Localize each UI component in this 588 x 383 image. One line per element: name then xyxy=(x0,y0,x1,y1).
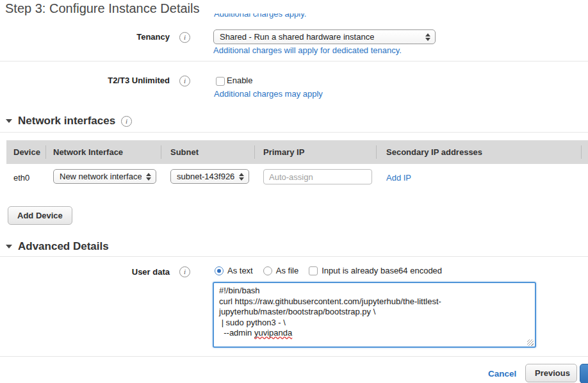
as-text-radio[interactable] xyxy=(215,266,224,275)
tenancy-select[interactable]: Shared - Run a shared hardware instance xyxy=(213,29,436,44)
t2t3-info-icon[interactable]: i xyxy=(179,76,190,86)
page-title: Step 3: Configure Instance Details xyxy=(5,1,200,16)
tenancy-note-link[interactable]: Additional charges will apply for dedica… xyxy=(213,45,402,55)
configure-instance-page: Step 3: Configure Instance Details Addit… xyxy=(0,0,588,383)
col-header-secondary-ip: Secondary IP addresses xyxy=(377,140,582,164)
tenancy-select-value: Shared - Run a shared hardware instance xyxy=(220,32,374,42)
col-header-primary-ip: Primary IP xyxy=(255,140,377,164)
as-text-label[interactable]: As text xyxy=(227,266,253,275)
enable-checkbox-label[interactable]: Enable xyxy=(227,76,252,85)
user-data-mode-options: As text As file Input is already base64 … xyxy=(215,266,442,275)
primary-ip-input[interactable] xyxy=(263,169,372,184)
collapse-triangle-icon[interactable] xyxy=(6,119,12,123)
divider xyxy=(0,132,588,133)
t2t3-note-link[interactable]: Additional charges may apply xyxy=(214,89,323,99)
previous-button[interactable]: Previous xyxy=(525,364,577,382)
resize-handle-icon[interactable] xyxy=(527,339,534,346)
add-device-button[interactable]: Add Device xyxy=(8,206,72,225)
col-header-device: Device xyxy=(6,140,46,164)
advanced-details-header: Advanced Details xyxy=(6,240,109,253)
network-interfaces-header: Network interfaces i xyxy=(6,115,132,127)
subnet-select-value: subnet-143f9263 xyxy=(177,172,234,181)
add-ip-link[interactable]: Add IP xyxy=(386,173,411,183)
network-interface-select-value: New network interface xyxy=(60,172,142,181)
subnet-select[interactable]: subnet-143f9263 xyxy=(170,169,249,184)
tenancy-info-icon[interactable]: i xyxy=(179,32,190,43)
tenancy-label: Tenancy xyxy=(0,32,170,42)
base64-checkbox-label[interactable]: Input is already base64 encoded xyxy=(322,266,442,275)
select-stepper-icon xyxy=(425,33,430,41)
t2t3-label: T2/T3 Unlimited xyxy=(0,76,170,85)
as-file-radio[interactable] xyxy=(263,266,272,275)
select-stepper-icon xyxy=(239,173,244,181)
network-interfaces-title: Network interfaces xyxy=(18,115,115,127)
cancel-link[interactable]: Cancel xyxy=(488,369,516,379)
select-stepper-icon xyxy=(146,173,151,181)
divider xyxy=(0,256,588,257)
collapse-triangle-icon[interactable] xyxy=(6,245,12,249)
network-table-header: Device Network Interface Subnet Primary … xyxy=(6,140,588,164)
col-header-subnet: Subnet xyxy=(161,140,255,164)
advanced-details-title: Advanced Details xyxy=(18,240,109,253)
as-file-label[interactable]: As file xyxy=(276,266,298,275)
additional-charges-apply-link[interactable]: Additional charges apply. xyxy=(214,13,306,19)
col-header-network-interface: Network Interface xyxy=(46,140,161,164)
enable-checkbox[interactable] xyxy=(216,77,225,86)
user-data-label: User data xyxy=(0,267,170,277)
next-button-clipped[interactable] xyxy=(580,364,588,383)
base64-checkbox[interactable] xyxy=(309,266,318,275)
network-interfaces-info-icon[interactable]: i xyxy=(121,116,132,127)
divider xyxy=(0,61,588,61)
network-interface-select[interactable]: New network interface xyxy=(53,169,156,184)
user-data-info-icon[interactable]: i xyxy=(179,266,190,277)
device-cell: eth0 xyxy=(13,173,29,183)
clipped-region: Additional charges apply. xyxy=(214,13,306,22)
divider xyxy=(0,356,588,357)
user-data-textarea[interactable]: #!/bin/bash curl https://raw.githubuserc… xyxy=(213,282,536,348)
